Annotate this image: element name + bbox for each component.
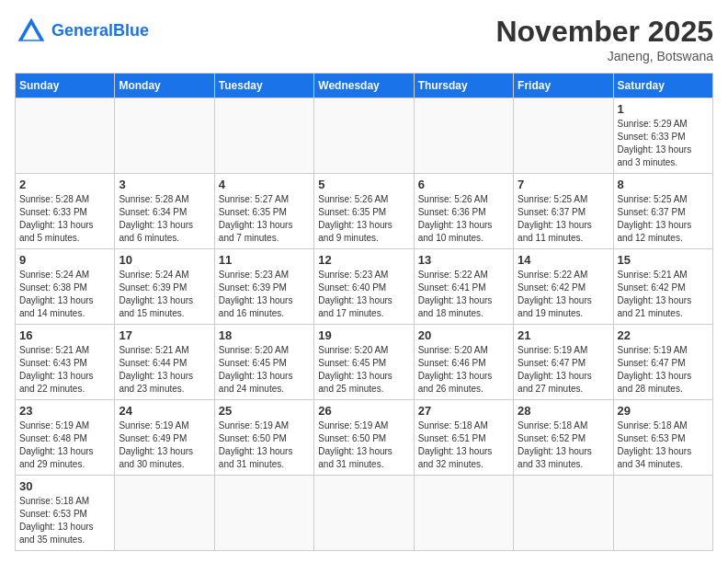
day-info: Sunrise: 5:22 AM Sunset: 6:41 PM Dayligh… xyxy=(418,269,509,320)
day-number: 26 xyxy=(318,404,409,418)
day-header-tuesday: Tuesday xyxy=(214,74,313,98)
logo: GeneralBlue xyxy=(15,15,149,48)
day-header-thursday: Thursday xyxy=(414,74,513,98)
day-number: 9 xyxy=(19,253,110,267)
day-cell xyxy=(414,476,513,551)
day-number: 7 xyxy=(518,178,609,191)
day-info: Sunrise: 5:25 AM Sunset: 6:37 PM Dayligh… xyxy=(618,193,709,245)
day-number: 1 xyxy=(618,102,709,116)
day-cell: 9Sunrise: 5:24 AM Sunset: 6:38 PM Daylig… xyxy=(16,249,115,325)
day-cell: 30Sunrise: 5:18 AM Sunset: 6:53 PM Dayli… xyxy=(16,476,115,551)
day-cell: 17Sunrise: 5:21 AM Sunset: 6:44 PM Dayli… xyxy=(115,325,214,400)
day-cell: 27Sunrise: 5:18 AM Sunset: 6:51 PM Dayli… xyxy=(414,400,513,476)
logo-text: GeneralBlue xyxy=(51,22,149,40)
day-number: 27 xyxy=(418,404,509,418)
location: Janeng, Botswana xyxy=(495,49,713,63)
day-cell: 1Sunrise: 5:29 AM Sunset: 6:33 PM Daylig… xyxy=(613,98,712,174)
day-info: Sunrise: 5:19 AM Sunset: 6:48 PM Dayligh… xyxy=(19,419,110,471)
day-number: 4 xyxy=(219,178,310,191)
day-cell xyxy=(214,98,313,174)
day-info: Sunrise: 5:18 AM Sunset: 6:52 PM Dayligh… xyxy=(518,419,609,471)
day-info: Sunrise: 5:27 AM Sunset: 6:35 PM Dayligh… xyxy=(219,193,310,245)
header: GeneralBlue November 2025 Janeng, Botswa… xyxy=(15,15,713,63)
day-info: Sunrise: 5:22 AM Sunset: 6:42 PM Dayligh… xyxy=(518,269,609,320)
day-cell xyxy=(115,476,214,551)
week-row-2: 9Sunrise: 5:24 AM Sunset: 6:38 PM Daylig… xyxy=(16,249,713,325)
week-row-3: 16Sunrise: 5:21 AM Sunset: 6:43 PM Dayli… xyxy=(16,325,713,400)
day-cell: 3Sunrise: 5:28 AM Sunset: 6:34 PM Daylig… xyxy=(115,174,214,249)
day-info: Sunrise: 5:19 AM Sunset: 6:50 PM Dayligh… xyxy=(318,419,409,471)
day-number: 30 xyxy=(19,479,110,493)
day-info: Sunrise: 5:28 AM Sunset: 6:34 PM Dayligh… xyxy=(119,193,210,245)
day-info: Sunrise: 5:18 AM Sunset: 6:53 PM Dayligh… xyxy=(19,495,110,546)
day-number: 18 xyxy=(219,328,310,342)
week-row-5: 30Sunrise: 5:18 AM Sunset: 6:53 PM Dayli… xyxy=(16,476,713,551)
day-info: Sunrise: 5:20 AM Sunset: 6:46 PM Dayligh… xyxy=(418,344,509,396)
day-info: Sunrise: 5:24 AM Sunset: 6:39 PM Dayligh… xyxy=(119,269,210,320)
day-info: Sunrise: 5:19 AM Sunset: 6:50 PM Dayligh… xyxy=(219,419,310,471)
day-cell xyxy=(115,98,214,174)
month-title: November 2025 xyxy=(495,15,713,49)
day-cell xyxy=(613,476,712,551)
week-row-0: 1Sunrise: 5:29 AM Sunset: 6:33 PM Daylig… xyxy=(16,98,713,174)
day-info: Sunrise: 5:20 AM Sunset: 6:45 PM Dayligh… xyxy=(318,344,409,396)
day-info: Sunrise: 5:26 AM Sunset: 6:35 PM Dayligh… xyxy=(318,193,409,245)
day-number: 21 xyxy=(518,328,609,342)
day-header-wednesday: Wednesday xyxy=(314,74,414,98)
day-number: 24 xyxy=(119,404,210,418)
day-number: 2 xyxy=(19,178,110,191)
day-number: 16 xyxy=(19,328,110,342)
day-info: Sunrise: 5:18 AM Sunset: 6:53 PM Dayligh… xyxy=(618,419,709,471)
day-info: Sunrise: 5:24 AM Sunset: 6:38 PM Dayligh… xyxy=(19,269,110,320)
day-number: 3 xyxy=(119,178,210,191)
day-cell xyxy=(314,476,414,551)
day-number: 25 xyxy=(219,404,310,418)
day-cell: 11Sunrise: 5:23 AM Sunset: 6:39 PM Dayli… xyxy=(214,249,313,325)
day-number: 28 xyxy=(518,404,609,418)
day-cell xyxy=(514,98,613,174)
day-info: Sunrise: 5:20 AM Sunset: 6:45 PM Dayligh… xyxy=(219,344,310,396)
day-number: 13 xyxy=(418,253,509,267)
day-number: 10 xyxy=(119,253,210,267)
week-row-1: 2Sunrise: 5:28 AM Sunset: 6:33 PM Daylig… xyxy=(16,174,713,249)
day-cell: 25Sunrise: 5:19 AM Sunset: 6:50 PM Dayli… xyxy=(214,400,313,476)
day-number: 20 xyxy=(418,328,509,342)
day-cell: 28Sunrise: 5:18 AM Sunset: 6:52 PM Dayli… xyxy=(514,400,613,476)
day-cell: 14Sunrise: 5:22 AM Sunset: 6:42 PM Dayli… xyxy=(514,249,613,325)
day-number: 5 xyxy=(318,178,409,191)
calendar: SundayMondayTuesdayWednesdayThursdayFrid… xyxy=(15,73,713,551)
day-cell: 20Sunrise: 5:20 AM Sunset: 6:46 PM Dayli… xyxy=(414,325,513,400)
day-cell: 8Sunrise: 5:25 AM Sunset: 6:37 PM Daylig… xyxy=(613,174,712,249)
logo-icon xyxy=(15,15,48,48)
day-number: 17 xyxy=(119,328,210,342)
day-info: Sunrise: 5:28 AM Sunset: 6:33 PM Dayligh… xyxy=(19,193,110,245)
day-number: 29 xyxy=(618,404,709,418)
title-area: November 2025 Janeng, Botswana xyxy=(495,15,713,63)
day-cell: 12Sunrise: 5:23 AM Sunset: 6:40 PM Dayli… xyxy=(314,249,414,325)
day-header-sunday: Sunday xyxy=(16,74,115,98)
day-number: 12 xyxy=(318,253,409,267)
day-cell xyxy=(16,98,115,174)
day-info: Sunrise: 5:23 AM Sunset: 6:40 PM Dayligh… xyxy=(318,269,409,320)
day-cell: 19Sunrise: 5:20 AM Sunset: 6:45 PM Dayli… xyxy=(314,325,414,400)
day-header-monday: Monday xyxy=(115,74,214,98)
day-cell xyxy=(314,98,414,174)
day-number: 19 xyxy=(318,328,409,342)
day-info: Sunrise: 5:21 AM Sunset: 6:44 PM Dayligh… xyxy=(119,344,210,396)
day-info: Sunrise: 5:19 AM Sunset: 6:49 PM Dayligh… xyxy=(119,419,210,471)
day-cell: 5Sunrise: 5:26 AM Sunset: 6:35 PM Daylig… xyxy=(314,174,414,249)
week-row-4: 23Sunrise: 5:19 AM Sunset: 6:48 PM Dayli… xyxy=(16,400,713,476)
day-info: Sunrise: 5:21 AM Sunset: 6:43 PM Dayligh… xyxy=(19,344,110,396)
day-info: Sunrise: 5:19 AM Sunset: 6:47 PM Dayligh… xyxy=(518,344,609,396)
day-cell: 29Sunrise: 5:18 AM Sunset: 6:53 PM Dayli… xyxy=(613,400,712,476)
day-number: 23 xyxy=(19,404,110,418)
day-cell: 22Sunrise: 5:19 AM Sunset: 6:47 PM Dayli… xyxy=(613,325,712,400)
day-cell: 6Sunrise: 5:26 AM Sunset: 6:36 PM Daylig… xyxy=(414,174,513,249)
day-info: Sunrise: 5:21 AM Sunset: 6:42 PM Dayligh… xyxy=(618,269,709,320)
day-cell: 21Sunrise: 5:19 AM Sunset: 6:47 PM Dayli… xyxy=(514,325,613,400)
day-cell: 2Sunrise: 5:28 AM Sunset: 6:33 PM Daylig… xyxy=(16,174,115,249)
day-info: Sunrise: 5:25 AM Sunset: 6:37 PM Dayligh… xyxy=(518,193,609,245)
day-cell: 16Sunrise: 5:21 AM Sunset: 6:43 PM Dayli… xyxy=(16,325,115,400)
day-cell: 10Sunrise: 5:24 AM Sunset: 6:39 PM Dayli… xyxy=(115,249,214,325)
day-cell xyxy=(214,476,313,551)
